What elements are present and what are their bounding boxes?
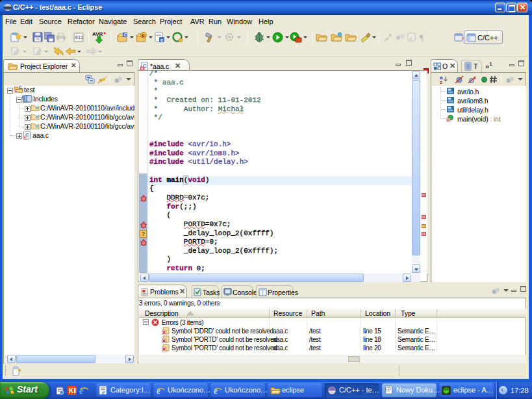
svg-text:h: h <box>36 124 38 128</box>
svg-text:011: 011 <box>75 35 84 40</box>
svg-text:¶: ¶ <box>420 32 424 42</box>
svg-text:e: e <box>79 385 84 396</box>
svg-text:e: e <box>157 386 160 395</box>
svg-text:C: C <box>19 86 22 90</box>
svg-text:K: K <box>69 387 74 394</box>
svg-text:c: c <box>160 37 163 43</box>
svg-text:C: C <box>124 32 127 37</box>
svg-text:e: e <box>102 389 105 395</box>
svg-text:z: z <box>440 79 442 84</box>
svg-text:AVR: AVR <box>92 31 103 37</box>
svg-text:h: h <box>36 106 38 110</box>
svg-text:a: a <box>409 34 412 41</box>
svg-text:c: c <box>142 32 145 38</box>
svg-text:e: e <box>214 386 218 395</box>
svg-text:h: h <box>36 115 38 119</box>
